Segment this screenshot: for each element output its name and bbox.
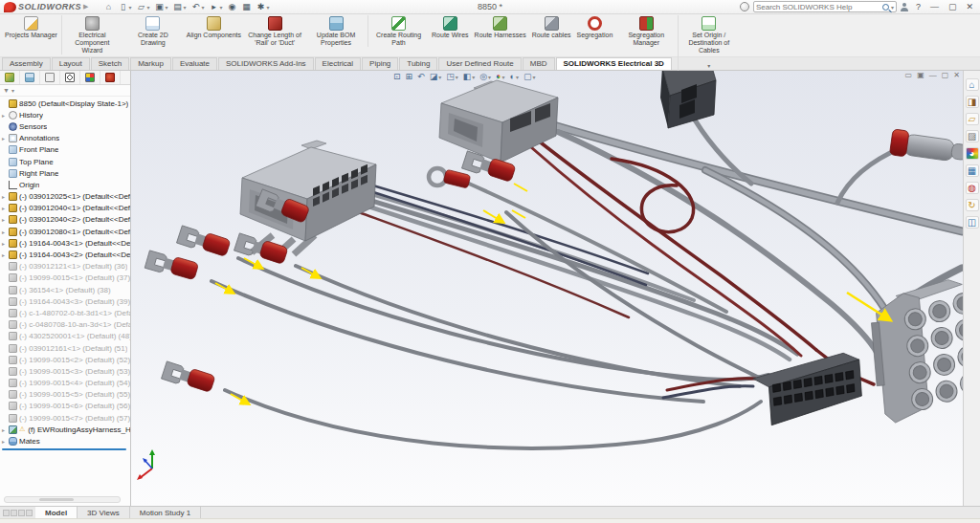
close-doc-icon[interactable]: ✕ (953, 71, 960, 79)
command-tab[interactable]: Electrical (315, 57, 361, 70)
restore-button[interactable]: ▢ (946, 2, 960, 11)
tree-item[interactable]: (-) 039012161<1> (Default) (51) (0, 342, 130, 354)
restore-doc-icon[interactable]: ▢ (942, 71, 949, 79)
zoom-to-area-icon[interactable]: ⊞ (404, 72, 415, 81)
tree-item[interactable]: (-) 19099-0015<1> (Default) (37) (0, 272, 130, 284)
model-view-tab[interactable]: Model (35, 507, 78, 518)
projects-manager-button[interactable]: Projects Manager (2, 15, 60, 39)
expand-arrow-icon[interactable] (2, 216, 9, 223)
minimize-doc-icon[interactable]: — (929, 71, 937, 79)
tree-item[interactable]: (-) 4302520001<1> (Default) (48) (0, 331, 130, 342)
command-tab[interactable]: User Defined Route (438, 57, 521, 70)
previous-view-icon[interactable]: ↶ (415, 72, 427, 81)
rollback-bar[interactable] (2, 448, 126, 450)
expand-arrow-icon[interactable] (2, 205, 9, 211)
print-icon[interactable]: ▤ (170, 2, 188, 11)
panel-tab[interactable] (40, 71, 60, 84)
appearances-scenes-icon[interactable]: ◕ (966, 147, 979, 160)
tree-item[interactable]: (-) 19099-0015<2> (Default) (52) (0, 354, 130, 365)
tree-item[interactable]: Right Plane (0, 167, 130, 179)
panel-tab[interactable] (100, 71, 121, 84)
tree-item[interactable]: History (0, 109, 130, 120)
electrical-component-wizard-button[interactable]: Electrical Component Wizard (61, 15, 122, 54)
tree-item[interactable]: (-) 19099-0015<3> (Default) (53) (0, 365, 130, 377)
panel-tab[interactable] (80, 71, 100, 84)
hide-show-items-icon[interactable]: ◎ (478, 72, 493, 81)
segregation-button[interactable]: Segregation (574, 15, 616, 39)
command-tab[interactable]: SOLIDWORKS Electrical 3D (556, 57, 672, 70)
tree-item[interactable]: (-) 36154<1> (Default) (38) (0, 284, 130, 295)
brand-flyout-arrow-icon[interactable]: ▶ (83, 3, 88, 11)
tree-item[interactable]: Top Plane (0, 156, 130, 167)
command-tab[interactable]: Evaluate (172, 57, 217, 70)
undo-icon[interactable]: ↶ (189, 2, 206, 11)
view-orientation-icon[interactable]: ◳ (444, 72, 460, 81)
filter-dropdown-icon[interactable]: ▾ (11, 87, 14, 94)
change-length-button[interactable]: Change Length of 'Rail' or 'Duct' (244, 15, 305, 47)
ew-update-icon[interactable]: ↻ (966, 199, 979, 211)
align-components-button[interactable]: Align Components (184, 15, 244, 39)
select-arrow-icon[interactable]: ▸ (207, 2, 224, 11)
solidworks-resources-icon[interactable]: ⌂ (966, 78, 979, 91)
zoom-to-fit-icon[interactable]: ⊡ (391, 72, 403, 81)
panel-tab[interactable] (60, 71, 80, 84)
tab-scroll-buttons[interactable] (0, 507, 35, 518)
panel-horizontal-scrollbar[interactable] (4, 496, 121, 503)
search-icon[interactable] (882, 4, 889, 11)
tree-item[interactable]: 8850 (Default<Display State-1>) (0, 98, 130, 109)
graphics-area[interactable]: ⊡ ⊞ ↶ ◪ ◳ ◧ ◎ ● ◐ ▢ ▭▣—▢✕ (131, 71, 963, 506)
ew-connector-icon[interactable]: ◫ (966, 216, 979, 229)
segregation-manager-button[interactable]: Segregation Manager (615, 15, 677, 47)
close-button[interactable]: ✕ (963, 2, 976, 11)
tree-item[interactable]: (-) 19099-0015<7> (Default) (57) (0, 412, 130, 424)
tree-item[interactable]: (-) 19099-0015<5> (Default) (55) (0, 389, 130, 401)
tree-item[interactable]: (-) 19164-0043<2> (Default<<Defau (0, 249, 130, 260)
view-palette-icon[interactable]: ▨ (966, 130, 979, 142)
create-2d-drawing-button[interactable]: Create 2D Drawing (122, 15, 184, 47)
custom-properties-icon[interactable]: ▦ (966, 164, 979, 177)
tree-filter-row[interactable]: ▼ ▾ (0, 85, 130, 97)
tree-item[interactable]: (f) EWRoutingAssyHarness_HB( (0, 424, 130, 435)
search-dropdown-icon[interactable]: ▾ (891, 4, 894, 11)
command-tab[interactable]: Piping (362, 57, 398, 70)
edit-appearance-icon[interactable]: ● (494, 72, 506, 81)
apply-scene-icon[interactable]: ◐ (508, 72, 521, 81)
model-view-tab[interactable]: 3D Views (78, 507, 130, 518)
file-explorer-icon[interactable]: ▱ (966, 113, 979, 125)
tree-item[interactable]: (-) 039012040<1> (Default<<Default (0, 203, 130, 214)
expand-arrow-icon[interactable] (2, 251, 9, 258)
update-bom-properties-button[interactable]: Update BOM Properties (305, 15, 367, 47)
model-view-tab[interactable]: Motion Study 1 (130, 507, 201, 518)
tile-window-icon[interactable]: ▣ (917, 71, 924, 79)
search-input[interactable] (756, 3, 880, 11)
tree-item[interactable]: (-) 19164-0043<3> (Default) (39) (0, 295, 130, 307)
set-origin-destination-button[interactable]: Set Origin / Destination of Cables (678, 15, 739, 72)
expand-arrow-icon[interactable] (2, 112, 9, 119)
command-tab[interactable]: Tubing (399, 57, 437, 70)
expand-arrow-icon[interactable] (2, 229, 9, 235)
simulation-icon[interactable]: ◉ (225, 2, 238, 11)
tree-item[interactable]: Front Plane (0, 144, 130, 156)
display-style-icon[interactable]: ◧ (461, 72, 478, 81)
panel-tab[interactable] (0, 71, 20, 84)
save-icon[interactable]: ▣ (152, 2, 169, 11)
tree-item[interactable]: (-) 19099-0015<6> (Default) (56) (0, 401, 130, 412)
tree-item[interactable]: (-) c-0480708-10-an-3d<1> (Default (0, 319, 130, 331)
command-tab[interactable]: Markup (130, 57, 171, 70)
command-tab[interactable]: Layout (52, 57, 90, 70)
route-wires-button[interactable]: Route Wires (429, 15, 472, 39)
tree-item[interactable]: Annotations (0, 133, 130, 144)
tree-item[interactable]: Mates (0, 435, 130, 447)
create-routing-path-button[interactable]: Create Routing Path (368, 15, 429, 47)
view-settings-icon[interactable]: ▢ (522, 72, 538, 81)
filter-icon[interactable]: ▼ (3, 87, 10, 94)
command-tab[interactable]: Sketch (91, 57, 129, 70)
tree-item[interactable]: (-) c-1-480702-0-bt-3d1<1> (Default (0, 307, 130, 318)
help-button[interactable]: ? (913, 2, 924, 11)
options-gear-icon[interactable]: ✱ (254, 2, 271, 11)
login-icon[interactable] (901, 3, 909, 11)
community-icon[interactable] (740, 2, 749, 11)
tree-item[interactable]: (-) 039012121<1> (Default) (36) (0, 261, 130, 272)
command-tab[interactable]: SOLIDWORKS Add-Ins (218, 57, 314, 70)
tree-item[interactable]: Sensors (0, 120, 130, 132)
